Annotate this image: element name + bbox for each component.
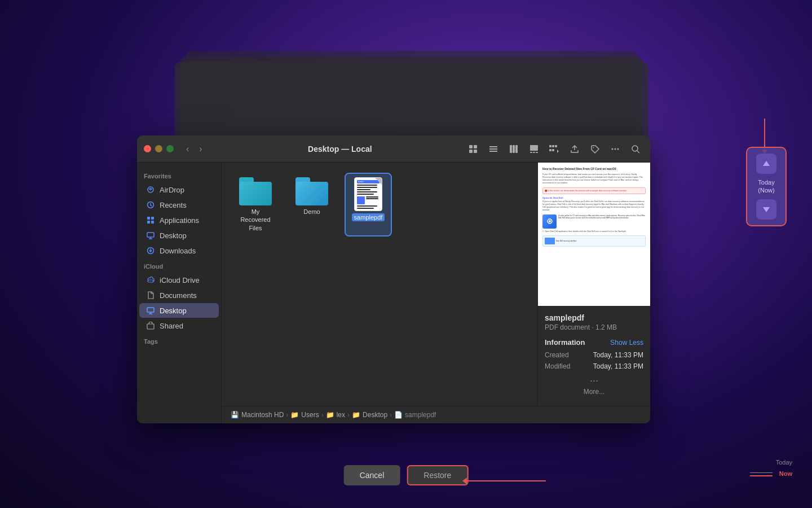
folder-demo-body: [295, 182, 328, 205]
preview-info-title: Information: [545, 338, 585, 347]
files-grid[interactable]: My RecoveredFiles Demo: [222, 163, 537, 406]
svg-rect-29: [147, 217, 150, 220]
file-item-demo[interactable]: Demo: [289, 174, 334, 235]
users-icon: 📁: [290, 411, 299, 419]
maximize-button[interactable]: [166, 145, 174, 152]
breadcrumb-users-label: Users: [301, 411, 319, 419]
svg-rect-14: [549, 145, 551, 147]
breadcrumb-desktop[interactable]: 📁 Desktop: [352, 411, 387, 419]
today-down-button[interactable]: [756, 199, 776, 220]
preview-doc-body-1: If your CF card suffered a logical failu…: [542, 173, 646, 185]
traffic-lights: [144, 145, 174, 152]
show-less-link[interactable]: Show Less: [610, 339, 643, 347]
sidebar-item-desktop-active[interactable]: Desktop: [139, 303, 219, 318]
created-row: Created Today, 11:33 PM: [545, 351, 643, 359]
svg-point-24: [632, 146, 638, 151]
view-more-icon[interactable]: [546, 141, 562, 157]
minimize-button[interactable]: [155, 145, 162, 152]
svg-line-25: [637, 151, 639, 153]
today-up-button[interactable]: [756, 154, 776, 174]
svg-rect-11: [530, 152, 532, 153]
lex-icon: 📁: [326, 411, 334, 419]
view-gallery-icon[interactable]: [526, 141, 542, 157]
svg-rect-3: [474, 150, 477, 153]
close-button[interactable]: [144, 145, 151, 152]
svg-rect-8: [513, 145, 515, 153]
options-icon[interactable]: [607, 141, 623, 157]
breadcrumb-samplepdf[interactable]: 📄 samplepdf: [394, 411, 436, 419]
restore-button[interactable]: Restore: [407, 465, 468, 485]
selected-filename: samplepdf: [352, 213, 385, 221]
more-button[interactable]: ··· More...: [545, 375, 643, 396]
airdrop-label: AirDrop: [160, 186, 184, 194]
file-name-samplepdf: samplepdf: [352, 213, 385, 221]
view-list-icon[interactable]: [486, 141, 501, 157]
preview-filename: samplepdf: [545, 313, 643, 322]
preview-meta: PDF document · 1.2 MB: [545, 323, 643, 331]
sidebar-item-downloads[interactable]: Downloads: [139, 243, 219, 258]
svg-rect-2: [469, 150, 473, 153]
downloads-label: Downloads: [160, 247, 196, 255]
search-icon[interactable]: [628, 141, 643, 157]
sidebar-item-airdrop[interactable]: AirDrop: [139, 182, 219, 197]
timeline-line-red: [750, 475, 773, 476]
svg-rect-33: [147, 233, 154, 237]
file-item-samplepdf[interactable]: Header sa: [346, 174, 391, 235]
created-label: Created: [545, 351, 569, 359]
breadcrumb-sep-2: ›: [321, 411, 324, 419]
timeline-now-label: Now: [779, 470, 792, 477]
sidebar-item-desktop[interactable]: Desktop: [139, 228, 219, 243]
back-button[interactable]: ‹: [183, 143, 192, 155]
file-name-demo: Demo: [303, 208, 320, 216]
preview-doc-title: How to Recover Deleted Files From CF Car…: [542, 167, 646, 171]
applications-label: Applications: [160, 216, 199, 225]
modified-label: Modified: [545, 362, 570, 370]
svg-rect-37: [148, 280, 153, 282]
modified-value: Today, 11:33 PM: [593, 362, 643, 370]
today-panel: Today (Now): [746, 147, 787, 226]
file-item-recovered[interactable]: My RecoveredFiles: [233, 174, 278, 235]
breadcrumb-lex[interactable]: 📁 lex: [326, 411, 345, 419]
view-columns-icon[interactable]: [506, 141, 522, 157]
svg-rect-31: [147, 221, 150, 224]
tags-label: Tags: [137, 334, 221, 347]
timeline-today-label: Today: [776, 459, 792, 466]
breadcrumb-machd[interactable]: 💾 Macintosh HD: [231, 411, 284, 419]
breadcrumb-sep-1: ›: [286, 411, 288, 419]
toolbar-icons: [465, 141, 643, 157]
breadcrumb-users[interactable]: 📁 Users: [290, 411, 319, 419]
restore-arrow-annotation: [462, 478, 546, 484]
window-title: Desktop — Local: [215, 144, 465, 154]
created-value: Today, 11:33 PM: [593, 351, 643, 359]
arrow-head-icon: [462, 478, 467, 484]
svg-rect-4: [489, 146, 497, 147]
view-grid-icon[interactable]: [465, 141, 481, 157]
sidebar-item-documents[interactable]: Documents: [139, 288, 219, 303]
svg-rect-38: [147, 308, 154, 312]
timeline-line: [750, 472, 773, 473]
sidebar-item-recents[interactable]: Recents: [139, 198, 219, 212]
desktop-active-label: Desktop: [160, 306, 187, 315]
share-icon[interactable]: [567, 141, 582, 157]
svg-rect-32: [151, 221, 154, 224]
pdf-corner: [375, 178, 382, 185]
sidebar-item-shared[interactable]: Shared: [139, 318, 219, 333]
breadcrumb-desktop-icon: 📁: [352, 411, 360, 419]
icloud-label: iCloud: [137, 259, 221, 272]
icloud-drive-icon: [146, 275, 155, 284]
cancel-button[interactable]: Cancel: [344, 465, 400, 485]
svg-marker-19: [557, 150, 559, 153]
sidebar-item-applications[interactable]: Applications: [139, 213, 219, 227]
sidebar-item-icloud-drive[interactable]: iCloud Drive: [139, 273, 219, 287]
modified-row: Modified Today, 11:33 PM: [545, 362, 643, 370]
nav-buttons: ‹ ›: [183, 143, 206, 155]
tag-icon[interactable]: [587, 141, 603, 157]
svg-point-22: [615, 148, 616, 150]
recents-label: Recents: [160, 201, 187, 209]
more-label: More...: [584, 388, 604, 396]
svg-marker-45: [763, 207, 770, 212]
forward-button[interactable]: ›: [196, 143, 205, 155]
svg-rect-13: [536, 152, 538, 153]
svg-rect-1: [474, 145, 477, 148]
folder-body: [239, 182, 272, 205]
